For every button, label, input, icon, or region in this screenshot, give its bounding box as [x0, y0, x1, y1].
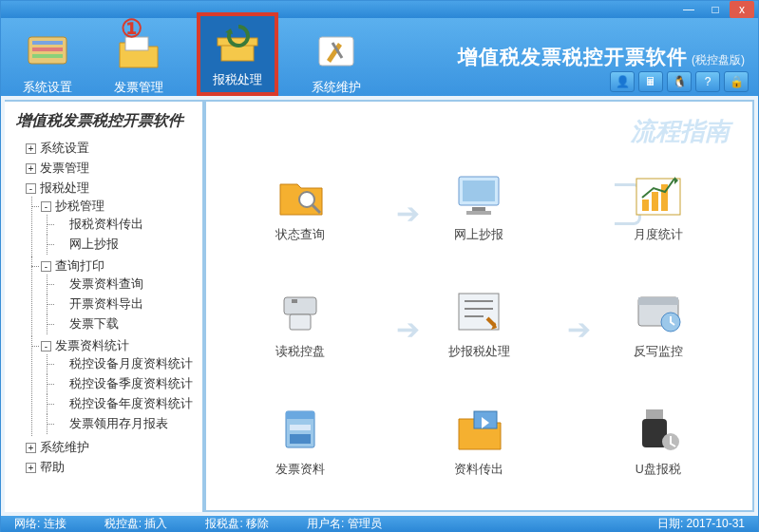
svg-point-8 — [299, 192, 314, 207]
tree-leaf[interactable]: 报税资料传出 — [41, 215, 197, 235]
tree-leaf[interactable]: 发票资料查询 — [41, 275, 197, 294]
report-process-button[interactable]: 抄报税处理 — [413, 285, 544, 373]
titlebar: — □ x — [1, 1, 758, 18]
monthly-stats-button[interactable]: 月度统计 — [593, 168, 724, 256]
annotation-marker: ① — [121, 14, 142, 44]
cell-label: 发票资料 — [275, 462, 325, 478]
tree-leaf[interactable]: 税控设备年度资料统计 — [41, 394, 197, 414]
svg-rect-1 — [32, 41, 63, 45]
main-toolbar: 系统设置 发票管理 报税处理 系统维护 — [14, 18, 370, 96]
nav-tree: +系统设置+发票管理-报税处理-抄税管理报税资料传出网上抄报-查询打印发票资料查… — [5, 139, 202, 512]
flow-guide-title: 流程指南 — [631, 115, 730, 148]
udisk-tax-button[interactable]: U盘报税 — [593, 403, 724, 491]
box-arrow-icon — [215, 22, 260, 67]
tree-toggle[interactable]: - — [41, 261, 51, 272]
data-export-icon — [452, 403, 505, 456]
maximize-button[interactable]: □ — [703, 1, 728, 18]
status-network: 网络: 连接 — [14, 516, 66, 532]
tree-leaf[interactable]: 网上抄报 — [41, 235, 197, 255]
header: ① 系统设置 发票管理 报税处理 系统维护 增值税发票税控开票软件 (税控盘版) — [1, 18, 758, 96]
close-button[interactable]: x — [730, 1, 754, 18]
system-maint-button[interactable]: 系统维护 — [303, 28, 370, 96]
qq-icon[interactable]: 🐧 — [667, 71, 692, 92]
tree-toggle[interactable]: + — [26, 163, 36, 174]
app-title: 增值税发票税控开票软件 — [458, 46, 688, 67]
tree-label[interactable]: 报税处理 — [40, 181, 89, 195]
brand: 增值税发票税控开票软件 (税控盘版) — [458, 44, 745, 70]
cell-label: 状态查询 — [275, 227, 325, 243]
cell-label: 网上抄报 — [454, 227, 503, 243]
monthly-stats-icon — [632, 168, 685, 221]
tree-label[interactable]: 抄税管理 — [55, 200, 104, 213]
settings-icon — [24, 28, 71, 75]
tree-label[interactable]: 发票管理 — [40, 162, 89, 175]
invoice-data-button[interactable]: 发票资料 — [235, 403, 366, 491]
svg-rect-22 — [638, 297, 678, 305]
svg-rect-17 — [284, 297, 316, 314]
tree-leaf[interactable]: 税控设备季度资料统计 — [41, 374, 197, 394]
system-settings-button[interactable]: 系统设置 — [14, 28, 81, 96]
cell-label: 资料传出 — [454, 462, 503, 478]
tree-label[interactable]: 系统设置 — [40, 142, 89, 155]
tree-leaf[interactable]: 发票领用存月报表 — [41, 414, 197, 434]
tree-label[interactable]: 发票资料统计 — [55, 339, 129, 352]
data-export-button[interactable]: 资料传出 — [413, 403, 544, 491]
tree-leaf[interactable]: 发票下载 — [41, 314, 197, 334]
tree-branch[interactable]: +帮助 — [10, 458, 197, 478]
tree-toggle[interactable]: + — [26, 143, 36, 154]
help-icon[interactable]: ? — [695, 71, 720, 92]
tree-branch[interactable]: +系统维护 — [10, 438, 197, 458]
sidebar-title: 增值税发票税控开票软件 — [5, 102, 202, 139]
tree-label[interactable]: 帮助 — [40, 461, 65, 474]
lock-icon[interactable]: 🔒 — [724, 71, 749, 92]
toolbar-label: 发票管理 — [114, 79, 163, 96]
tree-branch[interactable]: -抄税管理报税资料传出网上抄报 — [26, 197, 197, 256]
minimize-button[interactable]: — — [676, 1, 701, 18]
calculator-icon[interactable]: 🖩 — [638, 71, 663, 92]
udisk-tax-icon — [632, 403, 685, 456]
svg-rect-18 — [290, 314, 311, 330]
tree-label[interactable]: 系统维护 — [40, 441, 89, 454]
svg-rect-10 — [463, 180, 495, 201]
svg-rect-12 — [466, 211, 491, 215]
toolbar-label: 系统维护 — [312, 79, 361, 96]
toolbar-label: 系统设置 — [23, 79, 72, 96]
tree-label[interactable]: 查询打印 — [55, 259, 104, 273]
tree-branch[interactable]: -查询打印发票资料查询开票资料导出发票下载 — [26, 256, 197, 336]
sidebar: 增值税发票税控开票软件 +系统设置+发票管理-报税处理-抄税管理报税资料传出网上… — [5, 100, 204, 512]
online-report-button[interactable]: 网上抄报 — [413, 168, 544, 256]
arrow-icon: ➔ — [567, 313, 591, 346]
svg-rect-27 — [290, 434, 311, 444]
toolbar-label: 报税处理 — [213, 71, 262, 88]
tree-leaf[interactable]: 税控设备月度资料统计 — [41, 354, 197, 374]
read-disk-button[interactable]: 读税控盘 — [235, 285, 366, 373]
svg-rect-14 — [642, 200, 649, 211]
cell-label: U盘报税 — [636, 462, 681, 478]
tree-toggle[interactable]: - — [26, 183, 36, 194]
app-subtitle: (税控盘版) — [692, 53, 745, 66]
tree-toggle[interactable]: + — [26, 463, 36, 473]
writeback-monitor-button[interactable]: 反写监控 — [593, 285, 724, 373]
tree-toggle[interactable]: + — [26, 443, 36, 453]
tree-branch[interactable]: -发票资料统计税控设备月度资料统计税控设备季度资料统计税控设备年度资料统计发票领… — [26, 336, 197, 436]
svg-rect-25 — [286, 411, 314, 419]
user-icon[interactable]: 👤 — [610, 71, 635, 92]
cell-label: 月度统计 — [634, 227, 683, 243]
tree-leaf[interactable]: 开票资料导出 — [41, 294, 197, 314]
status-date: 日期: 2017-10-31 — [657, 516, 745, 532]
tax-process-button[interactable]: 报税处理 — [197, 12, 278, 96]
writeback-monitor-icon — [632, 285, 685, 338]
tree-toggle[interactable]: - — [41, 201, 51, 212]
tree-branch[interactable]: +系统设置 — [10, 139, 197, 159]
status-user: 用户名: 管理员 — [307, 516, 382, 532]
tree-branch[interactable]: -报税处理-抄税管理报税资料传出网上抄报-查询打印发票资料查询开票资料导出发票下… — [10, 179, 197, 438]
invoice-data-icon — [274, 403, 327, 456]
read-disk-icon — [274, 285, 327, 338]
report-process-icon — [452, 285, 505, 338]
tree-toggle[interactable]: - — [41, 341, 51, 352]
tools-icon — [313, 28, 360, 75]
status-query-button[interactable]: 状态查询 — [235, 168, 366, 256]
cell-label: 读税控盘 — [275, 344, 325, 360]
tree-branch[interactable]: +发票管理 — [10, 159, 197, 179]
svg-rect-26 — [290, 425, 311, 430]
